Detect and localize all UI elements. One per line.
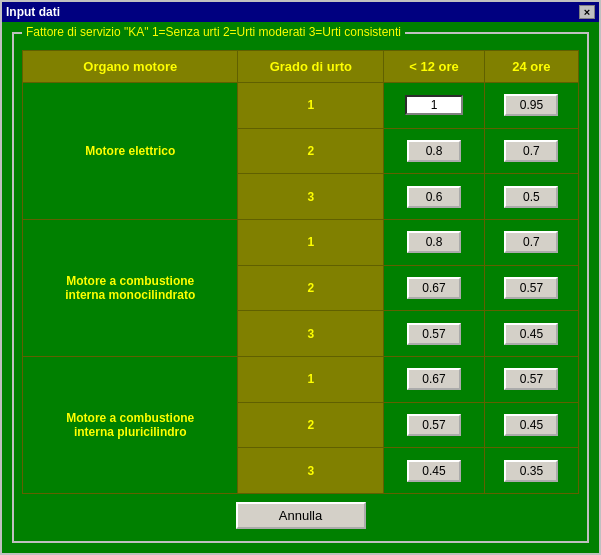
grado-cell: 2	[238, 128, 384, 174]
group-box-legend: Fattore di servizio "KA" 1=Senza urti 2=…	[22, 25, 405, 39]
data-table: Organo motore Grado di urto < 12 ore 24 …	[22, 50, 579, 494]
grado-cell: 2	[238, 402, 384, 448]
col-header-grado: Grado di urto	[238, 51, 384, 83]
lt12-cell: 0.8	[384, 219, 485, 265]
lt12-value[interactable]: 0.67	[407, 277, 461, 299]
h24-cell[interactable]: 0.57	[484, 265, 578, 311]
table-row: Motore a combustioneinterna pluricilindr…	[23, 356, 579, 402]
lt12-value[interactable]: 0.57	[407, 414, 461, 436]
lt12-cell: 0.8	[384, 128, 485, 174]
lt12-cell: 0.67	[384, 265, 485, 311]
lt12-value[interactable]: 0.67	[407, 368, 461, 390]
grado-cell: 3	[238, 174, 384, 220]
lt12-value[interactable]: 0.45	[407, 460, 461, 482]
col-header-organo: Organo motore	[23, 51, 238, 83]
h24-value[interactable]: 0.45	[504, 414, 558, 436]
motore-cell: Motore a combustioneinterna monocilindra…	[23, 219, 238, 356]
lt12-value[interactable]: 0.8	[407, 231, 461, 253]
lt12-value[interactable]: 0.8	[407, 140, 461, 162]
lt12-cell[interactable]	[384, 83, 485, 129]
h24-cell[interactable]: 0.57	[484, 356, 578, 402]
lt12-cell: 0.57	[384, 402, 485, 448]
grado-cell: 1	[238, 83, 384, 129]
lt12-input[interactable]	[405, 95, 463, 115]
content-area: Fattore di servizio "KA" 1=Senza urti 2=…	[2, 22, 599, 553]
col-header-lt12: < 12 ore	[384, 51, 485, 83]
h24-value[interactable]: 0.57	[504, 368, 558, 390]
table-row: Motore elettrico10.95	[23, 83, 579, 129]
lt12-cell: 0.67	[384, 356, 485, 402]
h24-cell[interactable]: 0.7	[484, 128, 578, 174]
lt12-value[interactable]: 0.6	[407, 186, 461, 208]
h24-cell[interactable]: 0.45	[484, 311, 578, 357]
h24-cell[interactable]: 0.95	[484, 83, 578, 129]
lt12-value[interactable]: 0.57	[407, 323, 461, 345]
h24-cell[interactable]: 0.5	[484, 174, 578, 220]
grado-cell: 1	[238, 356, 384, 402]
group-box: Fattore di servizio "KA" 1=Senza urti 2=…	[12, 32, 589, 543]
grado-cell: 2	[238, 265, 384, 311]
h24-value[interactable]: 0.95	[504, 94, 558, 116]
h24-value[interactable]: 0.45	[504, 323, 558, 345]
h24-cell[interactable]: 0.35	[484, 448, 578, 494]
motore-cell: Motore a combustioneinterna pluricilindr…	[23, 356, 238, 493]
title-bar: Input dati ×	[2, 2, 599, 22]
grado-cell: 3	[238, 448, 384, 494]
h24-value[interactable]: 0.35	[504, 460, 558, 482]
lt12-cell: 0.6	[384, 174, 485, 220]
table-container: Organo motore Grado di urto < 12 ore 24 …	[22, 44, 579, 494]
main-window: Input dati × Fattore di servizio "KA" 1=…	[0, 0, 601, 555]
grado-cell: 3	[238, 311, 384, 357]
h24-value[interactable]: 0.57	[504, 277, 558, 299]
h24-value[interactable]: 0.5	[504, 186, 558, 208]
h24-cell[interactable]: 0.7	[484, 219, 578, 265]
lt12-cell: 0.45	[384, 448, 485, 494]
footer: Annulla	[22, 494, 579, 533]
h24-value[interactable]: 0.7	[504, 231, 558, 253]
col-header-24: 24 ore	[484, 51, 578, 83]
window-title: Input dati	[6, 5, 60, 19]
grado-cell: 1	[238, 219, 384, 265]
lt12-cell: 0.57	[384, 311, 485, 357]
h24-cell[interactable]: 0.45	[484, 402, 578, 448]
close-button[interactable]: ×	[579, 5, 595, 19]
motore-cell: Motore elettrico	[23, 83, 238, 220]
table-row: Motore a combustioneinterna monocilindra…	[23, 219, 579, 265]
annulla-button[interactable]: Annulla	[236, 502, 366, 529]
h24-value[interactable]: 0.7	[504, 140, 558, 162]
